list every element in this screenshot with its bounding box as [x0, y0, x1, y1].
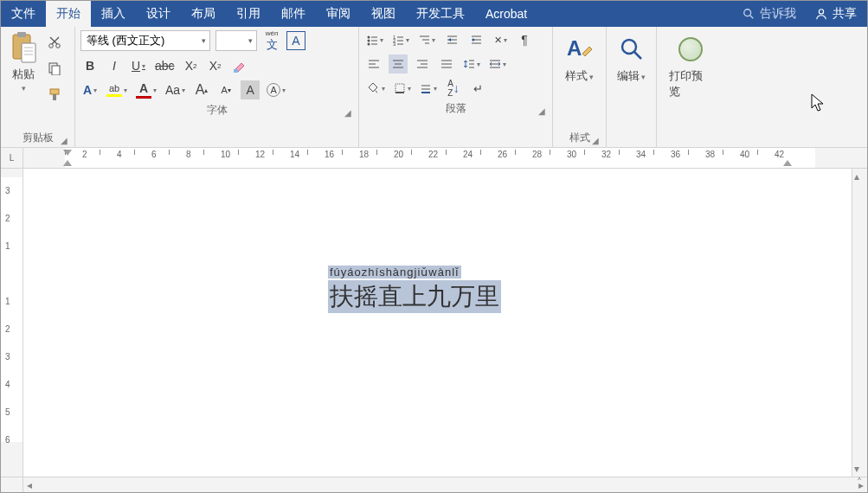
right-indent-marker[interactable]: [783, 160, 792, 166]
text-effects-button[interactable]: A: [80, 80, 100, 99]
strikethrough-button[interactable]: abc: [153, 56, 177, 75]
print-preview-icon: [678, 37, 703, 61]
phonetic-guide-button[interactable]: wén文: [262, 31, 281, 50]
underline-button[interactable]: U: [129, 56, 148, 75]
tab-insert[interactable]: 插入: [91, 1, 136, 27]
highlight-button[interactable]: ab: [105, 80, 129, 99]
print-preview-label: 打印预览: [669, 68, 712, 99]
selected-text-block[interactable]: fúyáozhíshàngjiǔwànlǐ 扶摇直上九万里: [328, 264, 501, 313]
vertical-scrollbar[interactable]: ▴ ▾: [852, 169, 867, 477]
tab-review[interactable]: 审阅: [316, 1, 361, 27]
ruler-tick: 34: [636, 150, 646, 159]
hanging-indent-marker[interactable]: [63, 160, 72, 166]
align-center-button[interactable]: [389, 54, 408, 74]
styles-dialog-launcher[interactable]: ◢: [592, 136, 599, 145]
ruler-tick: 22: [428, 150, 438, 159]
tab-design[interactable]: 设计: [136, 1, 181, 27]
font-size-select[interactable]: ▾: [215, 30, 257, 51]
scroll-down-arrow[interactable]: ▾: [854, 463, 859, 475]
tab-acrobat[interactable]: Acrobat: [475, 1, 537, 27]
paragraph-dialog-launcher[interactable]: ◢: [538, 106, 545, 116]
paste-button[interactable]: [6, 30, 41, 65]
styles-button[interactable]: A 样式: [557, 30, 602, 127]
enclose-characters-button[interactable]: A: [265, 80, 287, 99]
cut-button[interactable]: [44, 32, 65, 53]
align-right-button[interactable]: [413, 54, 432, 74]
document-canvas[interactable]: fúyáozhíshàngjiǔwànlǐ 扶摇直上九万里: [23, 169, 852, 477]
snap-to-grid-button[interactable]: [418, 79, 439, 98]
print-preview-button[interactable]: 打印预览: [662, 30, 719, 130]
numbering-button[interactable]: 123: [390, 30, 411, 49]
ruler-tick: 2: [82, 150, 87, 159]
scroll-up-arrow[interactable]: ▴: [854, 170, 859, 182]
svg-rect-5: [22, 43, 35, 62]
asian-layout-button[interactable]: ✕: [491, 30, 510, 49]
vruler-tick: 6: [5, 435, 10, 445]
clear-formatting-button[interactable]: [230, 56, 249, 75]
paste-label: 粘贴: [12, 67, 35, 82]
ruler-tick: 16: [325, 150, 334, 159]
tab-references[interactable]: 引用: [226, 1, 271, 27]
multilevel-list-button[interactable]: [416, 30, 437, 49]
paragraph-marks-button[interactable]: ↵: [468, 79, 487, 98]
ruler-tick: 12: [255, 150, 265, 159]
copy-button[interactable]: [44, 58, 65, 79]
svg-line-1: [750, 16, 754, 19]
svg-text:A: A: [567, 36, 582, 60]
tell-me-search[interactable]: 告诉我: [734, 1, 805, 27]
vertical-ruler[interactable]: 321123456: [1, 169, 23, 477]
borders-button[interactable]: [392, 79, 413, 98]
tab-home[interactable]: 开始: [46, 1, 91, 27]
shading-button[interactable]: [364, 79, 387, 98]
align-left-button[interactable]: [364, 54, 383, 74]
font-dialog-launcher[interactable]: ◢: [344, 108, 351, 118]
decrease-indent-button[interactable]: [442, 30, 461, 49]
clipboard-dialog-launcher[interactable]: ◢: [61, 136, 68, 145]
ribbon: 粘贴 ▾ 剪贴板 ◢ 等线: [1, 27, 867, 148]
collapse-ribbon-button[interactable]: ˄: [857, 477, 862, 489]
bullets-button[interactable]: [364, 30, 385, 49]
horizontal-scrollbar[interactable]: ◂ ▸: [1, 477, 867, 492]
font-color-button[interactable]: A: [134, 80, 158, 99]
tab-file[interactable]: 文件: [1, 1, 46, 27]
share-button[interactable]: 共享: [805, 1, 867, 27]
svg-point-2: [819, 10, 823, 14]
character-shading-button[interactable]: A: [241, 80, 260, 99]
editing-button[interactable]: 编辑: [609, 30, 654, 130]
group-editing: 编辑: [607, 27, 657, 147]
tab-layout[interactable]: 布局: [181, 1, 226, 27]
justify-button[interactable]: [437, 54, 456, 74]
subscript-button[interactable]: X2: [182, 56, 201, 75]
ruler-tick: 32: [601, 150, 611, 159]
tab-mailings[interactable]: 邮件: [271, 1, 316, 27]
vruler-tick: 5: [5, 407, 10, 417]
ruler-tick: 18: [359, 150, 369, 159]
format-painter-button[interactable]: [44, 84, 65, 105]
change-case-button[interactable]: Aa: [164, 80, 187, 99]
ruler-tick: 20: [394, 150, 403, 159]
tab-developer[interactable]: 开发工具: [406, 1, 475, 27]
font-name-select[interactable]: 等线 (西文正文)▾: [80, 30, 210, 51]
show-hide-button[interactable]: ¶: [515, 30, 534, 49]
group-font: 等线 (西文正文)▾ ▾ wén文 A B I U abc X2 X2: [75, 27, 359, 147]
tab-view[interactable]: 视图: [361, 1, 406, 27]
scroll-left-arrow[interactable]: ◂: [27, 479, 32, 491]
bold-button[interactable]: B: [80, 56, 100, 75]
svg-rect-17: [234, 69, 238, 73]
superscript-button[interactable]: X2: [206, 56, 225, 75]
ruler-tick: 8: [186, 150, 191, 159]
shrink-font-button[interactable]: A▾: [216, 80, 235, 99]
italic-button[interactable]: I: [105, 56, 124, 75]
line-spacing-button[interactable]: [461, 54, 482, 74]
increase-indent-button[interactable]: [466, 30, 485, 49]
document-area: 321123456 fúyáozhíshàngjiǔwànlǐ 扶摇直上九万里 …: [1, 169, 867, 477]
clipboard-group-label: 剪贴板 ◢: [6, 127, 69, 147]
sort-button[interactable]: AZ↓: [444, 79, 463, 98]
ruler-tick: 26: [498, 150, 507, 159]
horizontal-ruler[interactable]: L 24681012141618202224262830323436384042: [1, 148, 867, 169]
character-border-button[interactable]: A: [286, 31, 305, 50]
distributed-button[interactable]: [487, 54, 508, 74]
tab-selector[interactable]: L: [1, 148, 23, 168]
vruler-tick: 4: [5, 380, 10, 389]
grow-font-button[interactable]: A▴: [192, 80, 211, 99]
